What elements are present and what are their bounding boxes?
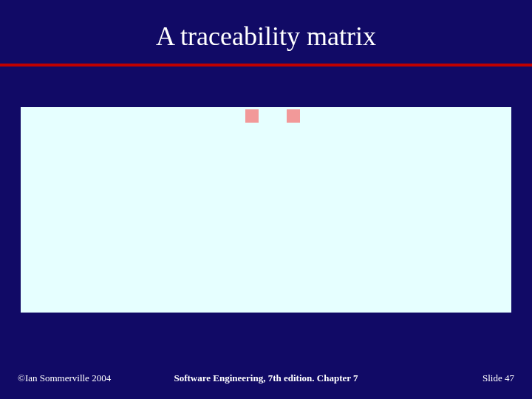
footer-center: Software Engineering, 7th edition. Chapt… — [174, 372, 358, 384]
content-panel — [21, 107, 511, 313]
marker-square — [245, 109, 259, 123]
slide-title: A traceability matrix — [0, 21, 532, 52]
marker-square — [287, 109, 300, 123]
footer-slide-number: Slide 47 — [482, 372, 514, 384]
slide-footer: ©Ian Sommerville 2004 Software Engineeri… — [0, 365, 532, 399]
footer-copyright: ©Ian Sommerville 2004 — [18, 372, 111, 384]
title-area: A traceability matrix — [0, 0, 532, 64]
divider-rule — [0, 64, 532, 66]
